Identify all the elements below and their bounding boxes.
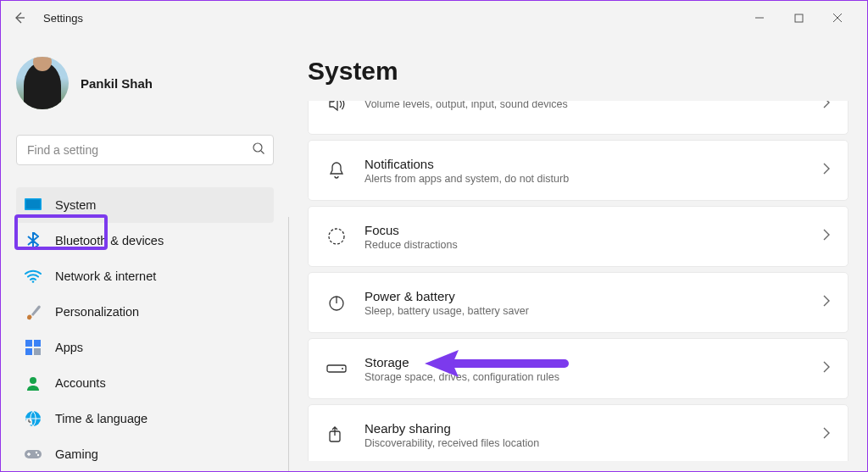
- svg-point-4: [32, 280, 35, 283]
- window-controls: [740, 4, 857, 31]
- arrow-left-icon: [13, 11, 26, 25]
- card-subtitle: Volume levels, output, input, sound devi…: [364, 101, 805, 110]
- card-subtitle: Alerts from apps and system, do not dist…: [364, 173, 805, 185]
- sidebar-item-label: Apps: [55, 341, 83, 354]
- svg-rect-7: [25, 348, 32, 355]
- avatar: [16, 57, 69, 109]
- card-subtitle: Storage space, drives, configuration rul…: [364, 371, 805, 383]
- svg-rect-8: [34, 348, 41, 355]
- content-area: System Sound Volume levels, output, inpu…: [289, 35, 867, 471]
- user-name: Pankil Shah: [81, 76, 153, 91]
- sidebar-item-label: Network & internet: [55, 269, 156, 283]
- minimize-icon: [754, 13, 765, 23]
- close-button[interactable]: [818, 4, 857, 31]
- chevron-right-icon: [822, 101, 831, 112]
- card-title: Power & battery: [364, 289, 805, 303]
- svg-point-1: [253, 143, 262, 152]
- chevron-right-icon: [822, 361, 831, 376]
- focus-icon: [326, 225, 348, 247]
- svg-rect-6: [34, 340, 41, 347]
- sidebar-divider: [288, 217, 289, 471]
- chevron-right-icon: [822, 427, 831, 442]
- card-focus[interactable]: Focus Reduce distractions: [308, 206, 849, 267]
- share-icon: [326, 424, 348, 446]
- sidebar-item-gaming[interactable]: Gaming: [16, 436, 274, 472]
- display-icon: [25, 197, 42, 214]
- card-title: Focus: [364, 223, 805, 237]
- svg-rect-3: [26, 200, 41, 209]
- power-icon: [326, 292, 348, 314]
- close-icon: [832, 13, 843, 23]
- titlebar: Settings: [1, 1, 867, 35]
- card-title: Storage: [364, 355, 805, 369]
- sidebar-item-label: Time & language: [55, 412, 147, 425]
- sidebar: Pankil Shah System Bluetooth & devices N…: [1, 35, 289, 471]
- sidebar-item-label: System: [55, 198, 96, 212]
- sidebar-item-label: Gaming: [55, 447, 98, 461]
- search-icon: [252, 142, 265, 158]
- card-subtitle: Discoverability, received files location: [364, 437, 805, 449]
- sidebar-item-label: Bluetooth & devices: [55, 234, 164, 247]
- sidebar-item-time-language[interactable]: Time & language: [16, 401, 274, 436]
- svg-rect-5: [25, 340, 32, 347]
- card-title: Notifications: [364, 157, 805, 171]
- sidebar-item-label: Accounts: [55, 376, 106, 390]
- sidebar-item-bluetooth[interactable]: Bluetooth & devices: [16, 223, 274, 258]
- search-input[interactable]: [16, 135, 274, 165]
- sidebar-item-network[interactable]: Network & internet: [16, 258, 274, 294]
- minimize-button[interactable]: [740, 4, 779, 31]
- sound-icon: [326, 101, 348, 115]
- sidebar-item-label: Personalization: [55, 305, 139, 319]
- accounts-icon: [25, 375, 42, 391]
- svg-point-18: [342, 368, 343, 369]
- svg-point-14: [37, 454, 39, 456]
- back-button[interactable]: [11, 9, 28, 26]
- brush-icon: [25, 303, 42, 320]
- card-power-battery[interactable]: Power & battery Sleep, battery usage, ba…: [308, 272, 849, 333]
- card-nearby-sharing[interactable]: Nearby sharing Discoverability, received…: [308, 404, 849, 461]
- card-subtitle: Reduce distractions: [364, 239, 805, 251]
- card-storage[interactable]: Storage Storage space, drives, configura…: [308, 338, 849, 399]
- window-title: Settings: [43, 12, 83, 25]
- svg-point-9: [30, 377, 36, 384]
- sidebar-item-apps[interactable]: Apps: [16, 330, 274, 365]
- svg-point-15: [329, 229, 344, 244]
- bluetooth-icon: [25, 232, 42, 249]
- sidebar-item-personalization[interactable]: Personalization: [16, 294, 274, 330]
- apps-icon: [25, 339, 42, 356]
- svg-point-13: [36, 452, 37, 453]
- chevron-right-icon: [822, 295, 831, 310]
- globe-icon: [25, 410, 42, 427]
- profile-block[interactable]: Pankil Shah: [16, 57, 274, 109]
- card-notifications[interactable]: Notifications Alerts from apps and syste…: [308, 140, 849, 201]
- gaming-icon: [25, 446, 42, 463]
- card-sound[interactable]: Sound Volume levels, output, input, soun…: [308, 101, 849, 135]
- page-title: System: [308, 57, 849, 86]
- svg-rect-0: [795, 14, 803, 22]
- chevron-right-icon: [822, 163, 831, 178]
- sidebar-item-system[interactable]: System: [16, 187, 274, 223]
- sidebar-item-accounts[interactable]: Accounts: [16, 365, 274, 401]
- bell-icon: [326, 159, 348, 181]
- chevron-right-icon: [822, 229, 831, 244]
- storage-icon: [326, 358, 348, 380]
- nav-list: System Bluetooth & devices Network & int…: [16, 187, 274, 472]
- wifi-icon: [25, 268, 42, 285]
- maximize-button[interactable]: [779, 4, 818, 31]
- maximize-icon: [794, 14, 804, 23]
- card-title: Nearby sharing: [364, 421, 805, 436]
- card-subtitle: Sleep, battery usage, battery saver: [364, 305, 805, 317]
